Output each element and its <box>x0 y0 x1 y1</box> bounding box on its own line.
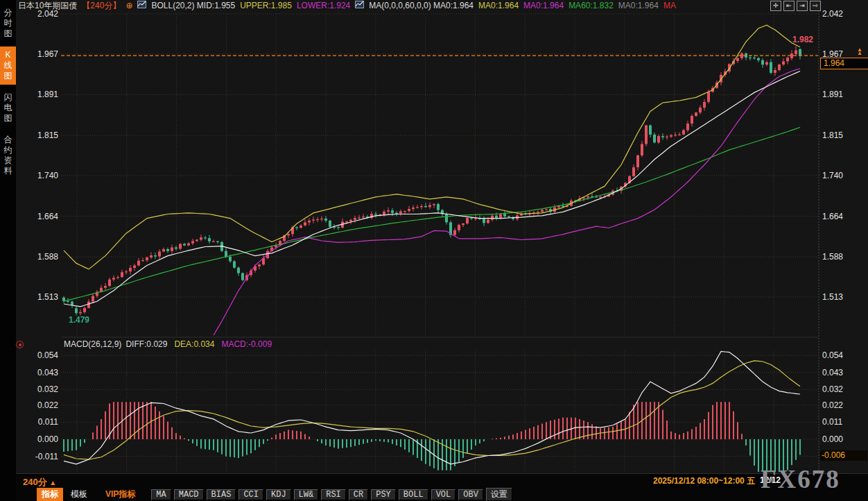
plus-circle-icon[interactable]: ⊕ <box>125 1 132 10</box>
sidebar-char: 图 <box>4 28 12 39</box>
header-segment: MA0:1.964 <box>523 1 564 10</box>
toolbar-item-LW&[interactable]: LW& <box>294 489 319 500</box>
axis-shift-left-icon[interactable]: ⇤ <box>783 1 795 11</box>
sidebar-char: 图 <box>4 71 12 81</box>
sidebar-char: 闪 <box>4 92 12 103</box>
macd-indicator-target-icon[interactable] <box>16 341 24 348</box>
period-label: 240分 <box>23 477 47 487</box>
header-segment: UPPER:1.985 <box>240 1 292 10</box>
sidebar-char: 约 <box>4 145 12 155</box>
move-icon[interactable]: ✛ <box>770 1 781 11</box>
sidebar-char: 料 <box>4 166 12 176</box>
indicator-header: 日本10年期国债【240分】⊕BOLL(20,2) MID:1.955UPPER… <box>18 0 774 11</box>
hovered-bar-time-box: 2025/12/12 08:00~12:00 五 <box>650 475 758 488</box>
period-selector[interactable]: 240分 ▲ <box>23 476 56 489</box>
header-segment: MA0:1.964 <box>478 1 519 10</box>
session-high-label: 1.982 <box>792 35 813 44</box>
toolbar-item-指标[interactable]: 指标 <box>37 488 63 501</box>
sidebar-item-3[interactable]: 闪电图 <box>0 89 16 127</box>
header-segment: MA <box>663 1 676 10</box>
toolbar-item-模板[interactable]: 模板 <box>66 488 92 501</box>
toolbar-item-CCI[interactable]: CCI <box>238 489 263 500</box>
sidebar-char: 分 <box>4 8 12 18</box>
toolbar-item-MA[interactable]: MA <box>151 489 171 500</box>
macd-last-value-box: -0.006 <box>820 450 867 461</box>
header-segment: MA0:1.964 <box>618 1 659 10</box>
price-macd-chart[interactable] <box>0 0 868 501</box>
toolbar-item-KDJ[interactable]: KDJ <box>266 489 291 500</box>
sidebar-char: 合 <box>4 135 12 145</box>
sidebar-char: 资 <box>4 155 12 166</box>
period-low-label: 1.479 <box>69 315 89 325</box>
chart-window-icons: ✛⇤⇥⇨ <box>770 1 821 11</box>
toolbar-item-VOL[interactable]: VOL <box>431 489 456 500</box>
sidebar-char: 时 <box>4 18 12 28</box>
chart-app: { "sidebar": { "items": [ {"label": "分时图… <box>0 0 868 501</box>
header-segment: BOLL(20,2) MID:1.955 <box>151 1 235 10</box>
toolbar-item-设置[interactable]: 设置 <box>486 488 512 501</box>
toolbar-item-CR[interactable]: CR <box>349 489 368 500</box>
chart-mini-icon[interactable] <box>137 1 146 10</box>
toolbar-item-PSY[interactable]: PSY <box>371 489 396 500</box>
detach-panel-icon[interactable]: ⇨ <box>810 1 821 11</box>
sidebar-char: K <box>5 50 10 60</box>
toolbar-item-VIP指标[interactable]: VIP指标 <box>101 488 140 501</box>
period-arrow-icon: ▲ <box>49 479 56 486</box>
header-segment: 【240分】 <box>82 0 121 12</box>
axis-shift-right-icon[interactable]: ⇥ <box>797 1 808 11</box>
sidebar-item-1[interactable]: 分时图 <box>0 4 16 42</box>
sidebar-char: 线 <box>4 60 12 71</box>
sidebar-item-2[interactable]: K线图 <box>0 46 16 85</box>
sidebar-char: 图 <box>4 113 12 124</box>
header-segment: MA60:1.832 <box>568 1 614 10</box>
macd-parameter-row[interactable]: MACD(26,12,9) DIFF:0.029 DEA:0.034 MACD:… <box>64 339 272 349</box>
toolbar-item-OBV[interactable]: OBV <box>458 489 483 500</box>
header-segment: LOWER:1.924 <box>297 1 350 10</box>
toolbar-item-BOLL[interactable]: BOLL <box>399 489 428 500</box>
header-segment: MA(0,0,0,60,0,0) MA0:1.964 <box>369 1 474 10</box>
sidebar-item-4[interactable]: 合约资料 <box>0 131 16 180</box>
price-up-arrow-icon: ▲▲ <box>857 48 862 55</box>
macd-name-label: MACD(26,12,9) <box>64 339 121 349</box>
toolbar-item-BIAS[interactable]: BIAS <box>207 489 236 500</box>
sidebar-char: 电 <box>4 103 12 113</box>
chart-mini-icon[interactable] <box>355 1 364 10</box>
indicator-toolbar: 指标模板VIP指标MAMACDBIASCCIKDJLW&RSICRPSYBOLL… <box>16 488 868 501</box>
macd-macd-value: MACD:-0.009 <box>221 339 272 349</box>
x-tick-last: 12/12 <box>760 475 781 485</box>
macd-diff-value: DIFF:0.029 <box>125 339 167 349</box>
toolbar-item-RSI[interactable]: RSI <box>321 489 346 500</box>
toolbar-item-MACD[interactable]: MACD <box>174 489 204 500</box>
last-price-box: 1.964 <box>820 58 868 69</box>
header-segment: 日本10年期国债 <box>18 0 77 12</box>
macd-dea-value: DEA:0.034 <box>174 339 214 349</box>
left-sidebar: 分时图K线图闪电图合约资料 <box>0 0 16 501</box>
